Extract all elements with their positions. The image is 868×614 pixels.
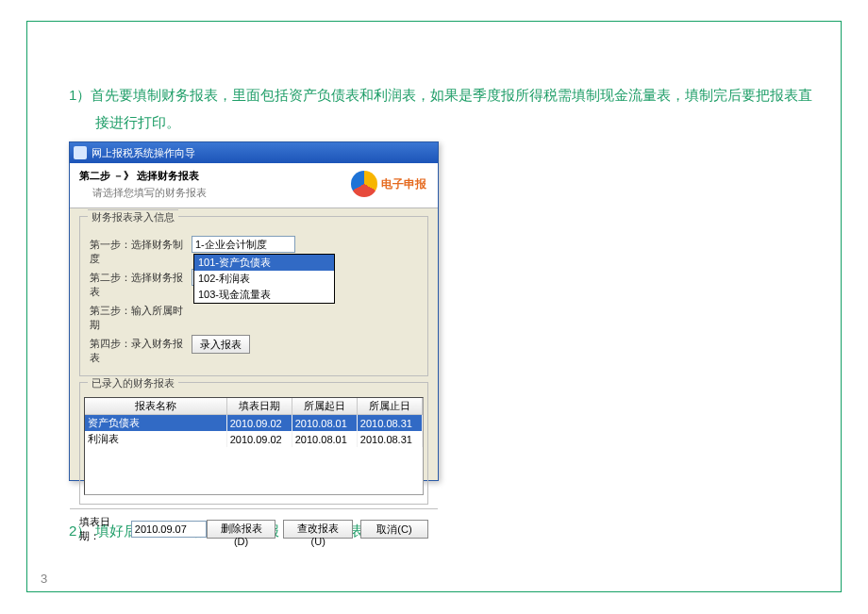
instruction-1: 1）首先要填制财务报表，里面包括资产负债表和利润表，如果是季度报所得税需填制现金…	[78, 82, 824, 136]
dropdown-opt[interactable]: 102-利润表	[194, 271, 334, 287]
step2-label: 第二步：选择财务报表	[90, 269, 192, 299]
window-title: 网上报税系统操作向导	[92, 146, 195, 160]
report-listview[interactable]: 报表名称 填表日期 所属起日 所属止日 资产负债表 2010.09.02 201…	[84, 397, 424, 495]
cell-d2: 2010.08.01	[292, 415, 357, 432]
cell-d3: 2010.08.31	[357, 415, 422, 432]
cancel-button[interactable]: 取消(C)	[360, 520, 428, 539]
enter-report-button[interactable]: 录入报表	[192, 335, 250, 354]
delete-report-button[interactable]: 删除报表(D)	[207, 520, 276, 539]
fill-date-label: 填表日期：	[79, 515, 127, 543]
step4-label: 第四步：录入财务报表	[90, 335, 192, 365]
brand-logo: 电子申报	[351, 171, 426, 197]
cell-name: 资产负债表	[85, 415, 226, 432]
col-name: 报表名称	[85, 398, 226, 415]
group-input-info: 财务报表录入信息 第一步：选择财务制度 第二步：选择财务报表 第三步：输入所属时…	[79, 216, 428, 376]
cell-name: 利润表	[85, 431, 226, 447]
step2-dropdown-list[interactable]: 101-资产负债表 102-利润表 103-现金流量表	[193, 254, 335, 304]
dropdown-opt-selected[interactable]: 101-资产负债表	[194, 255, 334, 271]
cell-d1: 2010.09.02	[226, 431, 292, 447]
group-legend-2: 已录入的财务报表	[88, 375, 178, 390]
brand-text: 电子申报	[381, 176, 426, 192]
wizard-header: 第二步 －》 选择财务报表 请选择您填写的财务报表 电子申报	[70, 163, 438, 208]
page-number: 3	[41, 572, 47, 586]
document-page: www.bdocx.com 1）首先要填制财务报表，里面包括资产负债表和利润表，…	[26, 21, 842, 592]
col-to: 所属止日	[357, 398, 422, 415]
col-filldate: 填表日期	[226, 398, 292, 415]
step3-label: 第三步：输入所属时期	[90, 302, 192, 332]
table-row[interactable]: 利润表 2010.09.02 2010.08.01 2010.08.31	[85, 431, 423, 447]
fill-date-input[interactable]	[131, 521, 207, 538]
view-report-button[interactable]: 查改报表(U)	[283, 520, 353, 539]
wizard-dialog: 网上报税系统操作向导 第二步 －》 选择财务报表 请选择您填写的财务报表 电子申…	[69, 141, 439, 481]
app-icon	[74, 146, 87, 159]
titlebar: 网上报税系统操作向导	[70, 142, 438, 163]
col-from: 所属起日	[292, 398, 357, 415]
cell-d3: 2010.08.31	[357, 431, 422, 447]
step1-combo[interactable]	[192, 236, 295, 253]
dialog-body: 财务报表录入信息 第一步：选择财务制度 第二步：选择财务报表 第三步：输入所属时…	[70, 208, 438, 508]
logo-icon	[351, 171, 377, 197]
step1-label: 第一步：选择财务制度	[90, 236, 192, 266]
table-row[interactable]: 资产负债表 2010.09.02 2010.08.01 2010.08.31	[85, 415, 423, 432]
dialog-bottom-bar: 填表日期： 删除报表(D) 查改报表(U) 取消(C)	[70, 508, 438, 549]
cell-d2: 2010.08.01	[292, 431, 357, 447]
group-legend-1: 财务报表录入信息	[88, 209, 178, 224]
cell-d1: 2010.09.02	[226, 415, 292, 432]
group-entered-reports: 已录入的财务报表 报表名称 填表日期 所属起日 所属止日	[79, 382, 428, 505]
dropdown-opt[interactable]: 103-现金流量表	[194, 287, 334, 303]
table-header-row: 报表名称 填表日期 所属起日 所属止日	[85, 398, 423, 415]
